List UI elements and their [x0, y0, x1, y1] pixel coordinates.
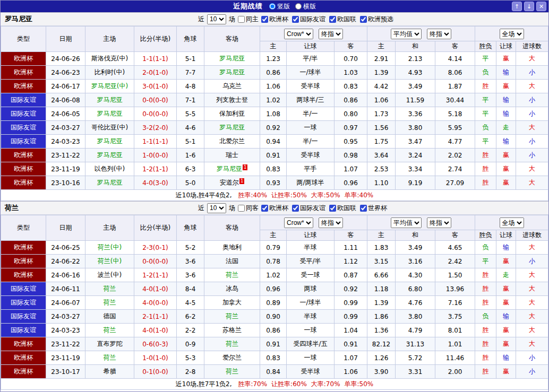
handicap-result-cell: 赢 — [496, 296, 516, 310]
result-group: 全场 — [475, 27, 548, 41]
team-label: 罗马尼亚 — [219, 124, 245, 131]
layout-radio-input[interactable] — [295, 3, 302, 10]
avg-away-odds: 5.18 — [435, 107, 475, 121]
handicap-away-odds: 0.70 — [334, 52, 367, 66]
avg-draw-odds: 5.72 — [396, 351, 435, 365]
league-filter-checkbox[interactable] — [261, 205, 268, 212]
avg-draw-odds: 3.80 — [396, 121, 435, 135]
avg-draw-odds: 4.30 — [396, 268, 435, 282]
league-filter-label: 欧国联 — [337, 15, 356, 24]
handicap-away-odds: 0.97 — [334, 121, 367, 135]
score-cell: 4-0(0-0) — [134, 296, 177, 310]
league-filter-checkbox[interactable] — [292, 205, 299, 212]
handicap-result-cell: 赢 — [496, 176, 516, 190]
handicap-result-cell: 赢 — [496, 80, 516, 93]
away-team-cell: 荷兰 — [204, 337, 260, 351]
league-filter-checkbox[interactable] — [329, 16, 336, 23]
result-cell: 胜 — [475, 149, 496, 162]
league-cell: 欧洲杯 — [1, 268, 46, 282]
col-corners: 角球 — [177, 27, 204, 52]
layout-radio-1[interactable]: 横版 — [295, 2, 316, 11]
recent-count-select[interactable]: 10 — [207, 14, 226, 24]
date-cell: 24-06-05 — [46, 107, 85, 121]
goals-result-cell: 小 — [516, 149, 548, 162]
close-button[interactable]: ✕ — [536, 2, 546, 11]
same-venue-checkbox[interactable] — [238, 205, 245, 212]
team-label: 荷兰(中) — [98, 257, 122, 265]
league-cell: 欧洲杯 — [1, 149, 46, 162]
league-filter[interactable]: 国际友谊 — [292, 204, 325, 213]
col-goals: 进球数 — [516, 230, 548, 241]
team-label: 斯洛伐克(中) — [91, 55, 128, 62]
date-cell: 24-06-26 — [46, 52, 85, 66]
average-select[interactable]: 平均值 — [391, 29, 422, 39]
result-cell: 平 — [475, 107, 496, 121]
goals-result-cell: 大 — [516, 337, 548, 351]
average-select[interactable]: 平均值 — [391, 217, 422, 228]
league-filter[interactable]: 欧洲杯 — [261, 204, 288, 213]
league-filter[interactable]: 欧洲杯 — [261, 15, 288, 24]
goals-result-cell: 小 — [516, 107, 548, 121]
home-team-cell: 荷兰 — [85, 351, 134, 365]
team-label: 荷兰 — [104, 354, 116, 361]
league-filter-checkbox[interactable] — [261, 16, 268, 23]
home-team-cell: 罗马尼亚 — [85, 107, 134, 121]
league-filter-checkbox[interactable] — [360, 205, 367, 212]
team-label: 罗马尼亚 — [97, 137, 123, 145]
score-cell: 1-0(0-0) — [134, 149, 177, 162]
handicap-home-odds: 1.08 — [260, 107, 287, 121]
league-filter[interactable]: 国际友谊 — [292, 15, 325, 24]
fulltime-select[interactable]: 全场 — [500, 217, 524, 228]
league-filter-label: 国际友谊 — [300, 15, 325, 24]
fulltime-select[interactable]: 全场 — [500, 29, 524, 39]
team-label: 荷兰 — [226, 368, 238, 375]
move-down-button[interactable]: ↓ — [524, 2, 534, 11]
avg-away-odds: 1.50 — [435, 268, 475, 282]
avg-away-odds: 2.00 — [435, 365, 475, 379]
league-filter[interactable]: 欧洲预选 — [360, 15, 393, 24]
league-filter-label: 国际友谊 — [300, 204, 325, 213]
league-filter-checkbox[interactable] — [329, 205, 336, 212]
league-filter-checkbox[interactable] — [292, 16, 299, 23]
col-avg-away: 客 — [435, 41, 475, 52]
europe-odds-group: 平均值 终指 — [367, 27, 475, 41]
league-filter[interactable]: 欧国联 — [329, 15, 356, 24]
league-filter[interactable]: 欧国联 — [329, 204, 356, 213]
layout-radio-input[interactable] — [269, 3, 276, 10]
handicap-home-odds: 0.90 — [260, 310, 287, 324]
col-avg-draw: 和 — [396, 41, 435, 52]
home-team-cell: 荷兰(中) — [85, 241, 134, 255]
handicap-away-odds: 1.04 — [334, 324, 367, 337]
col-handicap-result: 让球 — [496, 230, 516, 241]
layout-radio-0[interactable]: 竖版 — [269, 2, 290, 11]
match-row: 欧洲杯23-10-17希腊0-1(0-0)2-8荷兰0.84受半球1.063.9… — [1, 365, 548, 379]
match-row: 欧洲杯24-06-17罗马尼亚(中)3-0(1-0)4-8乌克兰1.06受半球0… — [1, 80, 548, 93]
goals-result-cell: 大 — [516, 310, 548, 324]
corners-cell: 4-8 — [177, 80, 204, 93]
avg-home-odds: 3.90 — [367, 365, 396, 379]
same-venue-filter[interactable]: 同客 — [238, 204, 259, 213]
date-cell: 24-06-08 — [46, 93, 85, 107]
same-venue-filter[interactable]: 同主 — [238, 15, 259, 24]
odds-stage-select-2[interactable]: 终指 — [427, 29, 451, 39]
handicap-home-odds: 0.83 — [260, 162, 287, 176]
bookmaker-select[interactable]: Crow* — [284, 29, 313, 39]
league-filter[interactable]: 世界杯 — [360, 204, 387, 213]
odds-stage-select[interactable]: 终指 — [319, 29, 343, 39]
corners-cell: 2-2 — [177, 324, 204, 337]
away-team-cell: 荷兰 — [204, 310, 260, 324]
league-cell: 国际友谊 — [1, 121, 46, 135]
handicap-away-odds: 0.92 — [334, 282, 367, 296]
goals-result-cell: 大 — [516, 296, 548, 310]
same-venue-checkbox[interactable] — [238, 16, 245, 23]
summary-stat: 单率:50% — [345, 380, 374, 388]
bookmaker-select[interactable]: Crow* — [284, 217, 313, 228]
odds-stage-select-2[interactable]: 终指 — [427, 217, 451, 228]
recent-count-select[interactable]: 10 — [207, 203, 226, 213]
league-filter-checkbox[interactable] — [360, 16, 367, 23]
col-result: 胜负 — [475, 41, 496, 52]
move-up-button[interactable]: ↑ — [512, 2, 522, 11]
corners-cell: 6-2 — [177, 310, 204, 324]
col-avg-home: 主 — [367, 41, 396, 52]
odds-stage-select[interactable]: 终指 — [319, 217, 343, 228]
